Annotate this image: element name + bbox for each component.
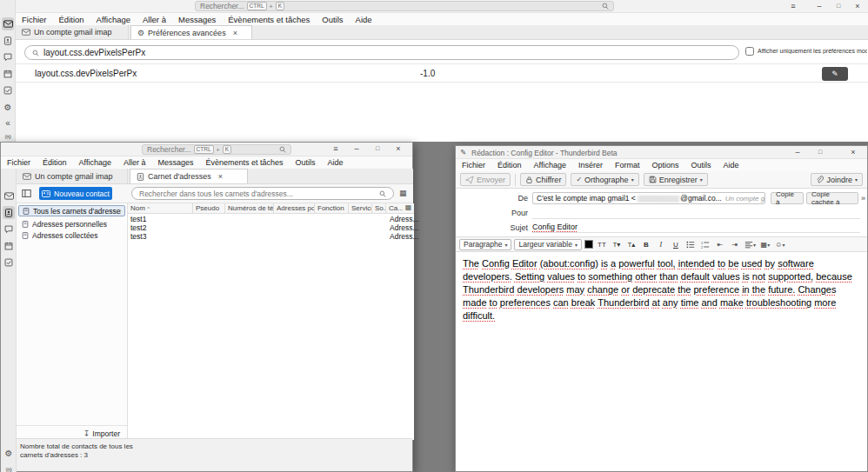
menu-item-options[interactable]: Options [645, 160, 684, 170]
column-header-phone[interactable]: Numéros de té... [225, 203, 274, 213]
modified-only-checkbox[interactable] [745, 47, 754, 56]
overflow-chevron-icon[interactable]: » [861, 194, 865, 203]
column-header-department[interactable]: Service [349, 203, 372, 213]
column-header-address[interactable]: Adresses po... [274, 203, 315, 213]
tab-config-editor[interactable]: ⚙ Préférences avancées × [130, 25, 252, 39]
column-header-nickname[interactable]: Pseudo [193, 203, 225, 213]
mail-space-icon[interactable] [2, 17, 14, 30]
menu-item-fichier[interactable]: Fichier [16, 14, 53, 25]
new-contact-button[interactable]: Nouveau contact [39, 187, 112, 200]
table-row[interactable]: test1 Adress... [128, 215, 414, 223]
calendar-space-icon[interactable] [3, 239, 15, 252]
menu-item-edition[interactable]: Édition [53, 14, 90, 25]
menu-item-aide[interactable]: Aide [350, 14, 378, 25]
sidebar-item-personal[interactable]: Adresses personnelles [18, 219, 125, 229]
close-icon[interactable]: × [846, 147, 860, 157]
bold-button[interactable]: B [640, 239, 652, 250]
menu-item-edition[interactable]: Édition [37, 157, 73, 168]
import-button[interactable]: ↧ Importer [83, 429, 120, 438]
maximize-icon[interactable]: □ [831, 1, 845, 11]
app-menu-icon[interactable]: ≡ [329, 143, 343, 154]
tab-close-icon[interactable]: × [233, 29, 237, 37]
bcc-button[interactable]: Copie cachée à [806, 192, 858, 204]
compose-body[interactable]: The Config Editor (about:config) is a po… [456, 252, 867, 471]
numbered-list-button[interactable]: 12 [699, 239, 711, 250]
insert-menu-button[interactable]: ▦▾ [759, 239, 771, 250]
body-text[interactable]: The Config Editor (about:config) is a po… [463, 257, 860, 322]
menu-item-inserer[interactable]: Insérer [572, 160, 609, 170]
menu-item-affichage[interactable]: Affichage [90, 14, 137, 25]
menu-item-aller-a[interactable]: Aller à [117, 157, 152, 168]
menu-item-aide[interactable]: Aide [322, 157, 350, 168]
collapse-spaces-icon[interactable]: « [2, 116, 14, 130]
spelling-button[interactable]: ✓ Orthographe ▾ [571, 173, 638, 186]
column-header-book[interactable]: Ca... [386, 203, 403, 213]
send-button[interactable]: Envoyer [460, 173, 511, 186]
menu-item-fichier[interactable]: Fichier [456, 160, 491, 170]
to-field[interactable] [532, 207, 860, 219]
chat-space-icon[interactable] [2, 50, 14, 63]
menu-item-aller-a[interactable]: Aller à [137, 14, 172, 25]
mail-space-icon[interactable] [3, 189, 15, 203]
sidebar-item-all-books[interactable]: Tous les carnets d'adresses [18, 205, 125, 216]
maximize-icon[interactable]: □ [371, 143, 384, 154]
menu-item-aide[interactable]: Aide [718, 160, 745, 170]
menu-item-format[interactable]: Format [609, 160, 646, 170]
menu-item-edition[interactable]: Édition [491, 160, 528, 170]
broadcast-status-icon[interactable]: ((•)) [3, 462, 15, 472]
smiley-button[interactable]: ☺▾ [774, 239, 786, 250]
outdent-button[interactable]: ⇤ [714, 239, 726, 250]
settings-gear-icon[interactable]: ⚙ [2, 101, 14, 114]
tab-close-icon[interactable]: × [218, 172, 223, 181]
maximize-icon[interactable]: □ [813, 147, 827, 157]
menu-item-outils[interactable]: Outils [316, 14, 349, 25]
tab-account[interactable]: Un compte gmail imap [16, 25, 129, 39]
menu-item-outils[interactable]: Outils [684, 160, 717, 170]
attach-button[interactable]: Joindre ▾ [811, 173, 863, 186]
menu-item-affichage[interactable]: Affichage [73, 157, 117, 168]
table-row[interactable]: test3 Adress... [128, 232, 414, 241]
broadcast-status-icon[interactable]: ((•)) [2, 130, 14, 143]
column-header-org[interactable]: So... [372, 203, 386, 213]
bullet-list-button[interactable] [684, 239, 697, 250]
underline-button[interactable]: U [670, 239, 682, 250]
address-book-space-icon[interactable] [2, 34, 14, 47]
font-style-icon[interactable]: TT [596, 239, 608, 250]
font-select[interactable]: Largeur variable▾ [514, 239, 581, 250]
address-book-space-icon[interactable] [3, 206, 15, 219]
indent-button[interactable]: ⇥ [729, 239, 741, 250]
cc-button[interactable]: Copie à [771, 192, 804, 204]
menu-item-outils[interactable]: Outils [290, 157, 322, 168]
pref-row[interactable]: layout.css.devPixelsPerPx -1.0 ✎ [16, 63, 868, 83]
ab-search-input[interactable] [139, 189, 375, 198]
font-size-increase-icon[interactable]: T▴ [625, 239, 638, 250]
italic-button[interactable]: I [655, 239, 667, 250]
calendar-space-icon[interactable] [2, 67, 14, 80]
save-button[interactable]: Enregistrer ▾ [644, 173, 708, 186]
menu-item-evenements[interactable]: Évènements et tâches [199, 157, 289, 168]
minimize-icon[interactable]: – [812, 1, 826, 11]
close-icon[interactable]: × [851, 1, 865, 11]
config-search-input[interactable] [43, 48, 731, 57]
display-options-icon[interactable]: ▦ [399, 189, 407, 197]
menu-item-fichier[interactable]: Fichier [1, 157, 37, 168]
settings-gear-icon[interactable]: ⚙ [3, 447, 15, 460]
column-header-title[interactable]: Fonction [315, 203, 349, 213]
column-header-name[interactable]: Nom ^ [128, 203, 193, 213]
global-search[interactable]: Rechercher... CTRL + K [195, 1, 614, 11]
column-picker-icon[interactable]: ▦ [403, 203, 414, 213]
font-size-decrease-icon[interactable]: T▾ [611, 239, 623, 250]
tasks-space-icon[interactable] [3, 256, 15, 269]
sidebar-item-collected[interactable]: Adresses collectées [18, 230, 125, 241]
align-button[interactable]: ▾ [744, 239, 757, 250]
minimize-icon[interactable]: – [350, 143, 364, 154]
menu-item-evenements[interactable]: Évènements et tâches [222, 14, 316, 25]
subject-field[interactable]: Config Editor [532, 221, 860, 233]
tasks-space-icon[interactable] [2, 83, 14, 96]
ab-global-search[interactable]: Rechercher... CTRL + K [142, 144, 291, 155]
chat-space-icon[interactable] [3, 223, 15, 236]
edit-pref-button[interactable]: ✎ [822, 67, 848, 81]
paragraph-select[interactable]: Paragraphe▾ [459, 239, 511, 250]
text-color-swatch[interactable] [584, 240, 593, 249]
minimize-icon[interactable]: – [791, 147, 805, 157]
